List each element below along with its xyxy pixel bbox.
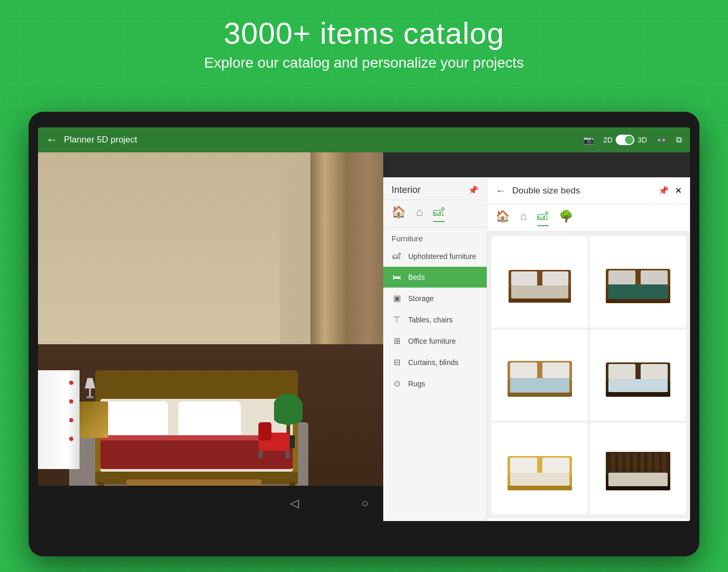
- svg-rect-70: [608, 473, 668, 486]
- handle-1: [69, 381, 73, 385]
- beds-tab-furniture[interactable]: 🛋: [537, 210, 549, 226]
- svg-rect-19: [89, 388, 91, 396]
- rugs-label: Rugs: [408, 380, 425, 388]
- svg-rect-57: [542, 458, 569, 473]
- beds-tab-rooms[interactable]: 🏠: [496, 210, 510, 226]
- svg-rect-58: [510, 473, 569, 486]
- handle-4: [69, 437, 73, 441]
- svg-rect-68: [655, 453, 659, 475]
- svg-rect-66: [640, 453, 644, 475]
- svg-rect-65: [633, 453, 637, 475]
- beds-panel-actions: 📌 ✕: [658, 186, 682, 196]
- svg-rect-29: [285, 451, 290, 459]
- window-curtain: [310, 152, 383, 355]
- svg-rect-59: [508, 486, 572, 490]
- bed-item-4[interactable]: [590, 330, 686, 421]
- bed-item-2[interactable]: [590, 236, 686, 328]
- svg-rect-69: [662, 453, 666, 475]
- white-dresser: [38, 370, 80, 469]
- svg-rect-11: [178, 401, 241, 438]
- vr-icon[interactable]: 👓: [656, 135, 667, 145]
- project-title: Planner 5D project: [64, 135, 583, 145]
- curtains-icon: ⊟: [392, 357, 402, 367]
- svg-rect-33: [542, 271, 568, 286]
- camera-icon[interactable]: 📷: [583, 135, 594, 145]
- menu-item-upholstered[interactable]: 🛋 Upholstered furniture: [383, 246, 487, 267]
- bed-item-3[interactable]: [491, 330, 588, 421]
- handle-2: [69, 399, 73, 404]
- svg-rect-20: [86, 396, 94, 398]
- panel-tab-structure[interactable]: ⌂: [416, 205, 423, 222]
- nav-back-button[interactable]: ◁: [290, 497, 299, 510]
- svg-rect-45: [542, 362, 569, 378]
- main-subtitle: Explore our catalog and personalize your…: [0, 55, 728, 71]
- beds-tab-outdoor[interactable]: 🌳: [559, 210, 573, 226]
- svg-rect-41: [606, 299, 670, 303]
- scene-area: Interior 📌 🏠 ⌂ 🛋 Furniture 🛋 Upholstered…: [38, 152, 690, 521]
- svg-rect-64: [626, 453, 630, 475]
- bed-item-6[interactable]: [590, 423, 686, 514]
- panel-header: Interior 📌: [383, 177, 487, 200]
- office-label: Office furniture: [408, 337, 456, 345]
- panel-tab-rooms[interactable]: 🏠: [392, 205, 406, 222]
- main-title: 3000+ items catalog: [0, 16, 728, 50]
- handle-3: [69, 418, 73, 422]
- svg-rect-34: [511, 285, 568, 298]
- furniture-section-label: Furniture: [383, 228, 487, 246]
- tables-icon: ⊤: [392, 315, 402, 324]
- menu-item-curtains[interactable]: ⊟ Curtains, blinds: [383, 352, 487, 373]
- svg-rect-35: [509, 298, 571, 303]
- 3d-label: 3D: [638, 136, 647, 144]
- room-scene-3d: [38, 152, 383, 521]
- header-area: 3000+ items catalog Explore our catalog …: [0, 16, 728, 71]
- beds-panel-tabs: 🏠 ⌂ 🛋 🌳: [487, 204, 690, 232]
- layers-icon[interactable]: ⧉: [676, 135, 682, 145]
- svg-rect-52: [608, 379, 668, 392]
- toggle-switch[interactable]: [616, 135, 634, 145]
- svg-rect-56: [510, 458, 537, 473]
- menu-item-storage[interactable]: ▣ Storage: [383, 288, 487, 309]
- storage-label: Storage: [408, 294, 434, 303]
- beds-panel: ← Double size beds 📌 ✕ 🏠 ⌂ 🛋 🌳: [487, 177, 690, 521]
- top-bar: ← Planner 5D project 📷 2D 3D 👓 ⧉: [38, 127, 690, 152]
- beds-panel-title: Double size beds: [512, 186, 652, 196]
- beds-close-icon[interactable]: ✕: [675, 186, 682, 196]
- svg-rect-38: [608, 270, 635, 285]
- svg-rect-40: [608, 284, 668, 299]
- back-button[interactable]: ←: [46, 133, 58, 147]
- svg-rect-62: [611, 453, 615, 475]
- menu-item-rugs[interactable]: ⊙ Rugs: [383, 373, 487, 394]
- interior-pin-icon[interactable]: 📌: [468, 185, 478, 195]
- office-icon: ⊞: [392, 336, 402, 346]
- 2d-label: 2D: [603, 136, 613, 144]
- bed-item-5[interactable]: [491, 423, 588, 514]
- svg-rect-61: [606, 452, 670, 475]
- svg-rect-46: [510, 378, 569, 393]
- svg-rect-44: [510, 362, 537, 378]
- rugs-icon: ⊙: [392, 379, 402, 388]
- svg-rect-28: [258, 451, 263, 459]
- interior-panel-title: Interior: [392, 185, 421, 196]
- beds-back-button[interactable]: ←: [496, 185, 506, 197]
- svg-rect-63: [618, 453, 622, 475]
- nightstand-lamp: [82, 375, 98, 401]
- upholstered-icon: 🛋: [392, 252, 402, 261]
- bed-item-1[interactable]: [491, 236, 588, 328]
- menu-item-office[interactable]: ⊞ Office furniture: [383, 330, 487, 352]
- menu-item-tables[interactable]: ⊤ Tables, chairs: [383, 309, 487, 330]
- dresser-handles: [69, 381, 73, 441]
- beds-tab-structure[interactable]: ⌂: [520, 210, 527, 226]
- beds-label: Beds: [408, 273, 425, 281]
- beds-icon: 🛏: [392, 272, 402, 282]
- panel-tab-furniture[interactable]: 🛋: [433, 205, 445, 222]
- nav-home-button[interactable]: ○: [361, 497, 368, 510]
- room-chair: [256, 417, 292, 459]
- upholstered-label: Upholstered furniture: [408, 252, 476, 261]
- top-bar-icons: 📷 2D 3D 👓 ⧉: [583, 135, 682, 145]
- tables-label: Tables, chairs: [408, 316, 453, 324]
- beds-pin-icon[interactable]: 📌: [658, 186, 669, 196]
- toggle-knob: [625, 136, 633, 144]
- view-toggle[interactable]: 2D 3D: [603, 135, 647, 145]
- menu-item-beds[interactable]: 🛏 Beds: [383, 267, 487, 288]
- svg-marker-18: [85, 378, 95, 388]
